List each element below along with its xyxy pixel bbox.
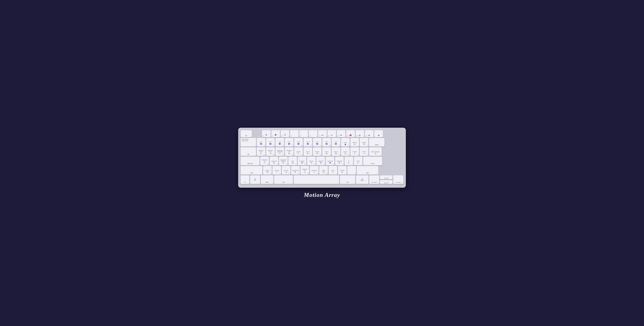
key-v[interactable]: selection tool V xyxy=(291,166,300,174)
key-f7[interactable]: ⏮ F7 xyxy=(318,130,327,137)
key-cmd-l[interactable]: cmd xyxy=(274,175,293,184)
key-g[interactable]: audio gain G xyxy=(298,157,306,165)
key-cmd-r[interactable]: cmd xyxy=(340,175,355,184)
key-alt-ctrl[interactable]: altctrl xyxy=(250,175,260,184)
svg-marker-44 xyxy=(320,162,321,163)
key-esc[interactable]: esc xyxy=(241,130,252,137)
key-n[interactable]: roll edit tool N xyxy=(310,166,318,174)
key-f1[interactable]: F1 xyxy=(262,130,270,137)
keyboard: esc F1 F2 F3 F4 F5 F6 xyxy=(238,128,406,188)
key-2[interactable]: cam 2 2 xyxy=(266,138,275,147)
key-tilde[interactable]: restore frameunder cursor ~ xyxy=(241,138,256,147)
key-c[interactable]: razor tool C xyxy=(282,166,290,174)
key-p[interactable]: pen tool P xyxy=(341,147,350,156)
key-l[interactable]: shuttle right L xyxy=(335,157,344,165)
key-minus[interactable]: zoom out - xyxy=(350,138,359,147)
key-f2[interactable]: F2 xyxy=(271,130,280,137)
key-0[interactable]: record ⏺ 0 xyxy=(341,138,350,147)
key-1[interactable]: cam 1 1 xyxy=(257,138,266,147)
svg-line-7 xyxy=(364,145,365,145)
key-8[interactable]: cam 8 8 xyxy=(322,138,331,147)
key-alt-option-r[interactable]: altoption xyxy=(356,175,368,184)
svg-rect-51 xyxy=(358,163,358,163)
svg-marker-47 xyxy=(340,162,340,163)
asdf-row: caps lock track selecttool A snap on/off… xyxy=(241,157,403,165)
key-tab[interactable]: tab xyxy=(241,147,256,156)
key-plus[interactable]: zoom in + xyxy=(360,138,368,147)
key-f6[interactable]: F6 xyxy=(309,130,318,137)
key-f9[interactable]: ⏭ F9 xyxy=(337,130,346,137)
key-r[interactable]: rate stretchtool R xyxy=(285,147,294,156)
key-k[interactable]: shuttle stop K xyxy=(326,157,334,165)
key-quote[interactable]: extract ' xyxy=(354,157,362,165)
key-7[interactable]: cam 7 7 xyxy=(313,138,322,147)
key-i[interactable]: mark in I xyxy=(322,147,331,156)
key-t[interactable]: type tool T T xyxy=(294,147,303,156)
key-bracket-l[interactable]: trim back [ xyxy=(350,147,359,156)
key-backslash[interactable]: zoom to sequence \ xyxy=(369,147,382,156)
key-shift-r[interactable]: shift xyxy=(357,166,378,174)
svg-marker-17 xyxy=(280,153,280,154)
key-z[interactable]: zoom tool Z xyxy=(263,166,272,174)
key-q[interactable]: ripple trimprev Q xyxy=(257,147,266,156)
key-f10[interactable]: 🔇 F10 xyxy=(346,130,355,137)
key-w[interactable]: ripple trimnext W xyxy=(266,147,275,156)
key-o[interactable]: mark out O xyxy=(332,147,340,156)
key-option-l[interactable]: option xyxy=(261,175,274,184)
key-next-edit[interactable]: next edit xyxy=(380,175,392,179)
svg-rect-36 xyxy=(282,163,284,163)
key-5[interactable]: cam 5 5 xyxy=(294,138,303,147)
key-delete[interactable]: delete xyxy=(369,138,384,147)
key-a[interactable]: track selecttool A xyxy=(260,157,269,165)
key-b[interactable]: ripple edittool B xyxy=(300,166,309,174)
key-d[interactable]: select clip atplayhead D xyxy=(279,157,288,165)
key-9[interactable]: cam 9 9 xyxy=(332,138,340,147)
key-space[interactable] xyxy=(294,175,339,184)
key-x[interactable]: mark clip X xyxy=(272,166,281,174)
svg-point-33 xyxy=(375,153,376,154)
zxcv-row: shift zoom tool Z mark clip X razor tool… xyxy=(241,166,403,174)
key-comma[interactable]: insert , xyxy=(328,166,337,174)
key-f4[interactable]: F4 xyxy=(290,130,299,137)
key-y[interactable]: slip tool Y xyxy=(304,147,312,156)
key-j[interactable]: shuttle left J xyxy=(316,157,325,165)
svg-rect-24 xyxy=(317,153,318,154)
key-h[interactable]: hand tool H xyxy=(307,157,316,165)
qwerty-row: tab ripple trimprev Q ripple trimnext W … xyxy=(241,147,403,156)
key-semicolon[interactable]: lift ; xyxy=(344,157,353,165)
key-capslock[interactable]: caps lock xyxy=(241,157,260,165)
key-f12[interactable]: 🔊 F12 xyxy=(365,130,374,137)
key-f5[interactable]: F5 xyxy=(299,130,308,137)
key-prev-frame[interactable]: prev frame xyxy=(369,175,379,184)
key-f[interactable]: frame F xyxy=(288,157,297,165)
svg-rect-65 xyxy=(342,172,343,172)
svg-text:T: T xyxy=(298,153,299,154)
number-row: restore frameunder cursor ~ cam 1 1 cam … xyxy=(241,138,403,147)
key-s[interactable]: snap on/off S xyxy=(270,157,278,165)
key-slash[interactable]: / xyxy=(347,166,356,174)
bottom-row: fn altctrl option cmd cmd altoption prev… xyxy=(241,175,403,184)
key-f3[interactable]: F3 xyxy=(281,130,289,137)
key-next-frame[interactable]: next frame xyxy=(393,175,403,184)
key-period[interactable]: overwrite . xyxy=(338,166,346,174)
key-3[interactable]: cam 3 3 xyxy=(276,138,284,147)
key-f11[interactable]: 🔉 F11 xyxy=(356,130,364,137)
key-m[interactable]: marker M xyxy=(319,166,328,174)
key-shift-l[interactable]: shift xyxy=(241,166,262,174)
key-4[interactable]: cam 4 4 xyxy=(285,138,294,147)
svg-rect-45 xyxy=(330,162,331,163)
svg-rect-15 xyxy=(280,153,281,154)
svg-line-34 xyxy=(376,154,376,154)
svg-point-29 xyxy=(345,154,346,154)
svg-rect-0 xyxy=(284,134,286,135)
brand-logo: Motion Array xyxy=(304,192,340,198)
key-return[interactable]: return xyxy=(363,157,382,165)
key-e[interactable]: extend editto playhead E xyxy=(276,147,284,156)
key-u[interactable]: slide tool U xyxy=(313,147,322,156)
key-bracket-r[interactable]: trim fwd ] xyxy=(360,147,368,156)
key-eject[interactable]: ⏏ xyxy=(374,130,383,137)
key-6[interactable]: cam 6 6 xyxy=(304,138,312,147)
key-fn[interactable]: fn xyxy=(241,175,249,184)
key-f8[interactable]: ⏯ F8 xyxy=(328,130,336,137)
key-prev-edit[interactable]: prev edit xyxy=(380,180,392,184)
